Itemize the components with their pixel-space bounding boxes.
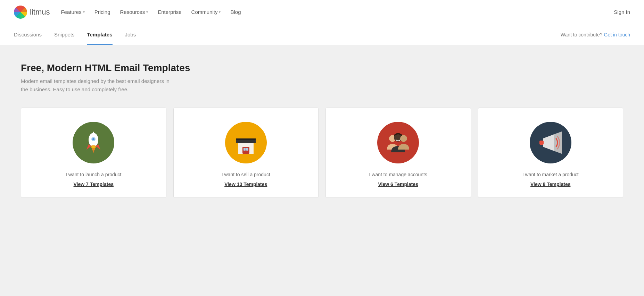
svg-rect-13 bbox=[243, 148, 246, 151]
svg-point-18 bbox=[400, 135, 407, 142]
svg-rect-11 bbox=[236, 138, 256, 140]
main-content: Free, Modern HTML Email Templates Modern… bbox=[0, 45, 644, 296]
card-manage-link[interactable]: View 6 Templates bbox=[378, 181, 418, 187]
logo[interactable]: litmus bbox=[14, 6, 50, 19]
subnav-contribute: Want to contribute? Get in touch bbox=[561, 32, 630, 37]
get-in-touch-link[interactable]: Get in touch bbox=[604, 32, 630, 37]
rocket-icon bbox=[80, 129, 107, 157]
resources-arrow-icon: ▾ bbox=[146, 10, 148, 14]
card-manage: I want to manage accounts View 6 Templat… bbox=[325, 108, 471, 198]
card-market: I want to market a product View 8 Templa… bbox=[478, 108, 624, 198]
card-launch-label: I want to launch a product bbox=[66, 172, 121, 177]
card-launch: I want to launch a product View 7 Templa… bbox=[21, 108, 166, 198]
logo-icon bbox=[14, 6, 27, 19]
tab-templates[interactable]: Templates bbox=[87, 24, 112, 45]
subnav-tabs: Discussions Snippets Templates Jobs bbox=[14, 24, 136, 45]
tab-snippets[interactable]: Snippets bbox=[54, 24, 74, 45]
market-icon-wrap bbox=[530, 122, 571, 163]
navbar: litmus Features ▾ Pricing Resources ▾ En… bbox=[0, 0, 644, 24]
people-icon bbox=[384, 129, 412, 157]
card-launch-link[interactable]: View 7 Templates bbox=[74, 181, 114, 187]
manage-icon-wrap bbox=[377, 122, 419, 163]
launch-icon-wrap bbox=[73, 122, 114, 163]
card-sell: I want to sell a product View 10 Templat… bbox=[173, 108, 319, 198]
card-market-link[interactable]: View 8 Templates bbox=[530, 181, 570, 187]
navbar-left: litmus Features ▾ Pricing Resources ▾ En… bbox=[14, 6, 241, 19]
subnav: Discussions Snippets Templates Jobs Want… bbox=[0, 24, 644, 45]
svg-point-3 bbox=[92, 138, 94, 140]
store-icon bbox=[232, 129, 260, 157]
sign-in-link[interactable]: Sign In bbox=[614, 9, 630, 15]
features-arrow-icon: ▾ bbox=[83, 10, 85, 14]
nav-community[interactable]: Community ▾ bbox=[191, 9, 221, 15]
page-title: Free, Modern HTML Email Templates bbox=[21, 62, 623, 74]
tab-discussions[interactable]: Discussions bbox=[14, 24, 42, 45]
megaphone-icon bbox=[537, 129, 564, 157]
nav-pricing[interactable]: Pricing bbox=[94, 9, 110, 15]
logo-text: litmus bbox=[30, 8, 50, 17]
nav-enterprise[interactable]: Enterprise bbox=[158, 9, 181, 15]
community-arrow-icon: ▾ bbox=[219, 10, 221, 14]
nav-features[interactable]: Features ▾ bbox=[61, 9, 84, 15]
card-sell-link[interactable]: View 10 Templates bbox=[224, 181, 267, 187]
svg-rect-14 bbox=[246, 148, 248, 151]
nav-resources[interactable]: Resources ▾ bbox=[120, 9, 148, 15]
nav-links: Features ▾ Pricing Resources ▾ Enterpris… bbox=[61, 9, 241, 15]
tab-jobs[interactable]: Jobs bbox=[125, 24, 136, 45]
svg-marker-15 bbox=[236, 134, 256, 138]
card-manage-label: I want to manage accounts bbox=[369, 172, 427, 177]
sell-icon-wrap bbox=[225, 122, 267, 163]
nav-blog[interactable]: Blog bbox=[230, 9, 241, 15]
svg-marker-8 bbox=[92, 148, 95, 153]
page-subtitle: Modern email templates designed by the b… bbox=[21, 77, 177, 94]
cards-row: I want to launch a product View 7 Templa… bbox=[21, 108, 623, 198]
svg-rect-21 bbox=[539, 141, 544, 145]
card-sell-label: I want to sell a product bbox=[222, 172, 270, 177]
card-market-label: I want to market a product bbox=[522, 172, 579, 177]
svg-marker-19 bbox=[543, 134, 554, 151]
